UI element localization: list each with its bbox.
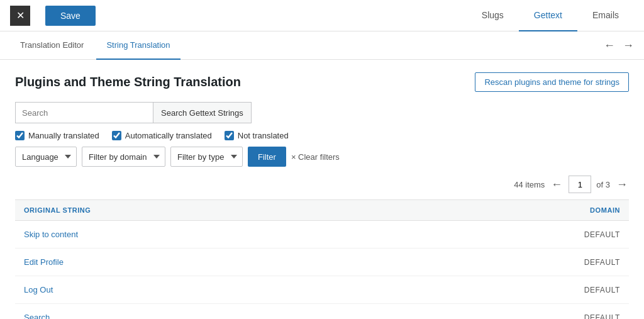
clear-filters-link[interactable]: × Clear filters xyxy=(291,152,340,162)
forward-arrow-icon: → xyxy=(623,39,634,52)
rescan-button[interactable]: Rescan plugins and theme for strings xyxy=(475,72,629,92)
string-link[interactable]: Skip to content xyxy=(24,230,78,239)
page-number-input[interactable] xyxy=(569,176,591,193)
secondary-nav: Translation Editor String Translation ← … xyxy=(0,31,644,60)
next-page-button[interactable]: → xyxy=(615,177,629,193)
sidebar-item-translation-editor[interactable]: Translation Editor xyxy=(10,31,94,60)
of-pages-label: of 3 xyxy=(596,180,610,189)
pagination-row: 44 items ← of 3 → xyxy=(15,176,629,193)
not-translated-label: Not translated xyxy=(238,131,289,140)
table-row: Edit Profile DEFAULT xyxy=(15,249,629,276)
type-filter-select[interactable]: Filter by type xyxy=(170,147,243,167)
string-cell: Search xyxy=(15,304,553,320)
main-content: Plugins and Theme String Translation Res… xyxy=(0,60,644,319)
domain-cell: DEFAULT xyxy=(553,249,629,276)
not-translated-checkbox[interactable] xyxy=(225,131,234,140)
nav-arrows: ← → xyxy=(604,39,634,52)
top-tabs: Slugs Gettext Emails xyxy=(467,0,634,31)
search-input[interactable] xyxy=(15,102,153,123)
tab-gettext[interactable]: Gettext xyxy=(519,0,577,31)
items-count: 44 items xyxy=(514,180,545,189)
top-bar: ✕ Save Slugs Gettext Emails xyxy=(0,0,644,31)
manually-translated-label: Manually translated xyxy=(28,131,99,140)
close-button[interactable]: ✕ xyxy=(10,6,30,26)
save-button[interactable]: Save xyxy=(45,6,96,26)
domain-filter-select[interactable]: Filter by domain xyxy=(82,147,165,167)
next-page-icon: → xyxy=(616,178,628,191)
forward-arrow-button[interactable]: → xyxy=(623,39,634,52)
language-filter-select[interactable]: Language xyxy=(15,147,77,167)
manually-translated-checkbox[interactable] xyxy=(15,131,25,140)
close-icon: ✕ xyxy=(16,9,25,21)
string-cell: Log Out xyxy=(15,276,553,304)
domain-cell: DEFAULT xyxy=(553,276,629,304)
table-row: Skip to content DEFAULT xyxy=(15,221,629,249)
search-strings-button[interactable]: Search Gettext Strings xyxy=(153,102,252,123)
domain-cell: DEFAULT xyxy=(553,304,629,320)
automatically-translated-checkbox-label[interactable]: Automatically translated xyxy=(112,131,212,140)
string-link[interactable]: Edit Profile xyxy=(24,257,64,267)
prev-page-icon: ← xyxy=(551,178,562,191)
string-link[interactable]: Log Out xyxy=(24,285,53,294)
tab-emails[interactable]: Emails xyxy=(577,0,634,31)
strings-table: ORIGINAL STRING DOMAIN Skip to content D… xyxy=(15,199,629,319)
back-arrow-icon: ← xyxy=(604,39,615,52)
string-cell: Skip to content xyxy=(15,221,553,249)
filter-button[interactable]: Filter xyxy=(248,147,286,167)
automatically-translated-label: Automatically translated xyxy=(125,131,212,140)
string-cell: Edit Profile xyxy=(15,249,553,276)
filters-row: Language Filter by domain Filter by type… xyxy=(15,147,629,167)
back-arrow-button[interactable]: ← xyxy=(604,39,615,52)
prev-page-button[interactable]: ← xyxy=(550,177,564,193)
col-domain: DOMAIN xyxy=(553,200,629,221)
col-original-string: ORIGINAL STRING xyxy=(15,200,553,221)
search-row: Search Gettext Strings xyxy=(15,102,629,123)
checkboxes-row: Manually translated Automatically transl… xyxy=(15,131,629,140)
tab-slugs[interactable]: Slugs xyxy=(467,0,519,31)
page-header: Plugins and Theme String Translation Res… xyxy=(15,72,629,92)
not-translated-checkbox-label[interactable]: Not translated xyxy=(225,131,289,140)
table-row: Log Out DEFAULT xyxy=(15,276,629,304)
table-row: Search DEFAULT xyxy=(15,304,629,320)
manually-translated-checkbox-label[interactable]: Manually translated xyxy=(15,131,99,140)
table-header-row: ORIGINAL STRING DOMAIN xyxy=(15,200,629,221)
domain-cell: DEFAULT xyxy=(553,221,629,249)
automatically-translated-checkbox[interactable] xyxy=(112,131,121,140)
sidebar-item-string-translation[interactable]: String Translation xyxy=(96,31,180,60)
string-link[interactable]: Search xyxy=(24,313,50,319)
page-title: Plugins and Theme String Translation xyxy=(15,75,241,89)
